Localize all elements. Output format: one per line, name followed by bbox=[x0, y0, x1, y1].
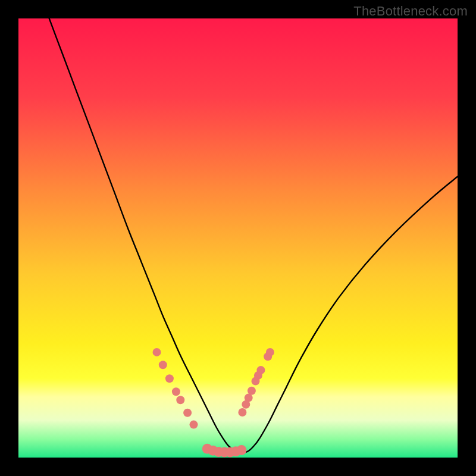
chart-frame: TheBottleneck.com bbox=[0, 0, 476, 476]
svg-rect-0 bbox=[18, 18, 458, 458]
plot-area bbox=[18, 18, 458, 458]
attribution-label: TheBottleneck.com bbox=[353, 4, 468, 19]
background-gradient bbox=[18, 18, 458, 458]
